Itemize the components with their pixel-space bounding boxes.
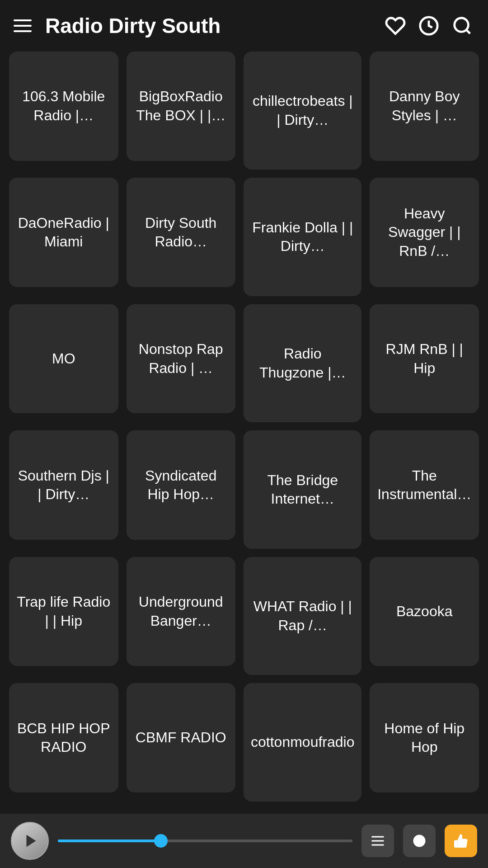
progress-fill xyxy=(58,840,161,842)
player-bar xyxy=(0,814,488,868)
station-item-7[interactable]: Frankie Dolla | | Dirty… xyxy=(244,178,361,296)
svg-rect-4 xyxy=(372,836,384,838)
station-item-16[interactable]: The Instrumental… xyxy=(370,430,479,540)
station-item-24[interactable]: Home of Hip Hop xyxy=(370,683,479,793)
station-item-10[interactable]: Nonstop Rap Radio | … xyxy=(127,304,236,414)
station-item-19[interactable]: WHAT Radio | | Rap /… xyxy=(244,557,361,675)
station-item-13[interactable]: Southern Djs | | Dirty… xyxy=(9,430,118,540)
progress-track xyxy=(58,840,352,842)
station-item-11[interactable]: Radio Thugzone |… xyxy=(244,304,361,422)
menu-button[interactable] xyxy=(14,14,36,37)
station-item-20[interactable]: Bazooka xyxy=(370,557,479,666)
play-icon xyxy=(23,833,39,849)
thumbsup-icon xyxy=(453,833,469,849)
station-item-9[interactable]: MO xyxy=(9,304,118,414)
page-title: Radio Dirty South xyxy=(45,14,383,38)
history-button[interactable] xyxy=(417,14,441,38)
app-header: Radio Dirty South xyxy=(0,0,488,47)
history-icon xyxy=(418,15,439,36)
station-item-2[interactable]: BigBoxRadio The BOX | |… xyxy=(127,52,236,161)
station-item-18[interactable]: Underground Banger… xyxy=(127,557,236,666)
station-item-17[interactable]: Trap life Radio | | Hip xyxy=(9,557,118,666)
station-item-1[interactable]: 106.3 Mobile Radio |… xyxy=(9,52,118,161)
station-item-23[interactable]: cottonmoufradio xyxy=(244,683,361,801)
svg-point-1 xyxy=(455,18,469,32)
header-actions xyxy=(383,14,474,38)
thumbsup-button[interactable] xyxy=(445,825,477,857)
station-item-22[interactable]: CBMF RADIO xyxy=(127,683,236,793)
progress-bar[interactable] xyxy=(58,840,352,842)
station-item-15[interactable]: The Bridge Internet… xyxy=(244,430,361,548)
station-grid: 106.3 Mobile Radio |…BigBoxRadio The BOX… xyxy=(0,47,488,811)
station-item-12[interactable]: RJM RnB | | Hip xyxy=(370,304,479,414)
svg-rect-5 xyxy=(372,840,384,842)
svg-line-2 xyxy=(466,30,470,33)
svg-rect-6 xyxy=(372,844,384,846)
heart-button[interactable] xyxy=(383,14,408,38)
station-item-3[interactable]: chillectrobeats | | Dirty… xyxy=(244,52,361,170)
list-view-button[interactable] xyxy=(361,825,394,857)
play-button[interactable] xyxy=(11,822,49,860)
search-icon xyxy=(452,15,473,36)
heart-icon xyxy=(385,15,406,36)
circle-icon xyxy=(411,833,427,849)
station-item-21[interactable]: BCB HIP HOP RADIO xyxy=(9,683,118,793)
radio-button[interactable] xyxy=(403,825,436,857)
station-item-4[interactable]: Danny Boy Styles | … xyxy=(370,52,479,161)
list-icon xyxy=(370,833,386,849)
station-item-14[interactable]: Syndicated Hip Hop… xyxy=(127,430,236,540)
svg-marker-3 xyxy=(27,835,36,847)
station-item-8[interactable]: Heavy Swagger | | RnB /… xyxy=(370,178,479,287)
station-item-5[interactable]: DaOneRadio | Miami xyxy=(9,178,118,287)
station-item-6[interactable]: Dirty South Radio… xyxy=(127,178,236,287)
progress-thumb xyxy=(154,834,168,848)
search-button[interactable] xyxy=(450,14,474,38)
svg-point-7 xyxy=(413,835,426,847)
